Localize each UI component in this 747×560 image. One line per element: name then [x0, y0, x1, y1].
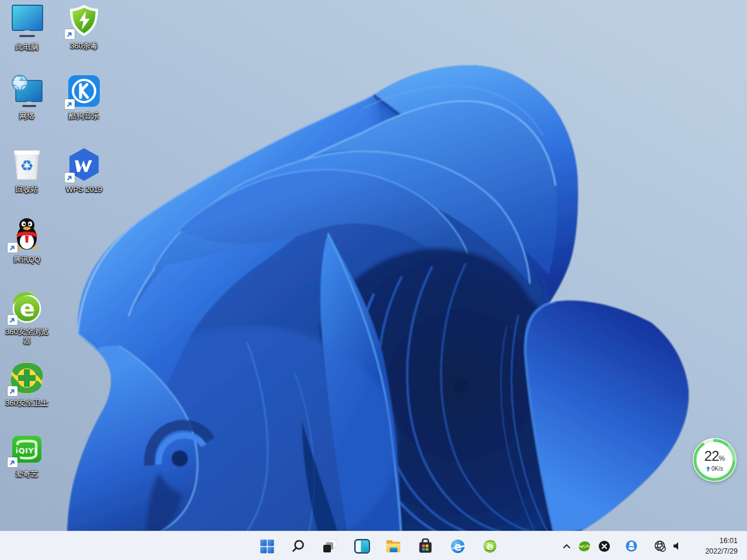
desktop-icon-kugou[interactable]: 酷狗音乐 [56, 74, 112, 121]
clock-date: 2022/7/29 [705, 546, 738, 556]
tray-hidden-icons-button[interactable] [558, 538, 575, 554]
desktop: 此电脑 360杀毒 网络 [0, 0, 747, 560]
microsoft-store-button[interactable] [414, 534, 437, 558]
desktop-icon-360-antivirus[interactable]: 360杀毒 [56, 4, 112, 51]
taskbar: e e [0, 531, 747, 560]
desktop-icon-label: 360杀毒 [70, 41, 98, 51]
task-view-button[interactable] [318, 534, 341, 558]
task-view-icon [322, 538, 337, 554]
svg-text:e: e [20, 296, 35, 321]
desktop-icon-label: 酷狗音乐 [69, 111, 99, 121]
widgets-icon [354, 539, 370, 554]
desktop-icon-label: 此电脑 [16, 43, 39, 52]
qq-penguin-icon [625, 540, 638, 552]
desktop-icon-label: 腾讯QQ [13, 255, 40, 264]
svg-text:iQIYI: iQIYI [15, 446, 37, 455]
start-button[interactable] [255, 534, 278, 558]
search-button[interactable] [287, 534, 310, 558]
black-x-icon [598, 540, 610, 552]
shortcut-arrow-badge [8, 315, 18, 325]
desktop-icon-360-browser[interactable]: e 360安全浏览器 [0, 289, 55, 346]
svg-text:♻: ♻ [20, 157, 33, 174]
shortcut-arrow-badge [8, 243, 18, 253]
this-pc-icon [9, 5, 44, 40]
desktop-icon-360-safeguard[interactable]: 360安全卫士 [0, 360, 55, 408]
shortcut-arrow-badge [8, 386, 18, 396]
tray-360-safeguard[interactable] [576, 538, 592, 554]
360-ball-icon [578, 540, 591, 552]
desktop-icon-label: WPS 2019 [66, 185, 102, 194]
desktop-icon-label: 360安全卫士 [5, 398, 48, 408]
tray-close-x[interactable] [596, 538, 612, 554]
shortcut-arrow-badge [65, 29, 75, 39]
store-bag-icon [418, 538, 433, 554]
search-icon [291, 538, 306, 554]
shortcut-arrow-badge [65, 173, 75, 183]
folder-icon [385, 538, 402, 554]
360-accelerator-ball[interactable]: 22% 0K/s [693, 438, 736, 482]
desktop-icon-wps[interactable]: WPS 2019 [56, 147, 112, 194]
tray-volume[interactable] [669, 538, 685, 554]
desktop-icon-network[interactable]: 网络 [0, 74, 55, 121]
desktop-icon-this-pc[interactable]: 此电脑 [0, 5, 55, 52]
widgets-button[interactable] [350, 534, 374, 558]
network-icon [9, 74, 44, 108]
tray-qq[interactable] [623, 538, 640, 554]
recycle-bin-icon: ♻ [9, 147, 44, 182]
internet-explorer-button[interactable]: e [446, 534, 469, 558]
green-e-browser-icon: e [482, 538, 498, 554]
taskbar-clock[interactable]: 16:01 2022/7/29 [705, 536, 738, 556]
tray-network-offline[interactable] [652, 538, 668, 554]
clock-time: 16:01 [705, 536, 738, 546]
desktop-icon-recycle-bin[interactable]: ♻ 回收站 [0, 147, 55, 194]
file-explorer-button[interactable] [382, 534, 405, 558]
globe-offline-icon [654, 540, 666, 552]
desktop-icon-qq[interactable]: 腾讯QQ [0, 217, 55, 264]
shortcut-arrow-badge [8, 457, 18, 467]
blue-e-browser-icon: e [450, 538, 466, 554]
chevron-up-icon [563, 544, 571, 549]
desktop-icon-label: 爱奇艺 [16, 470, 39, 479]
desktop-icon-label: 网络 [19, 111, 34, 121]
windows-start-icon [260, 539, 274, 554]
wallpaper-bloom [0, 0, 747, 560]
desktop-icon-iqiyi[interactable]: iQIYI 爱奇艺 [0, 432, 55, 479]
shortcut-arrow-badge [65, 99, 75, 109]
desktop-icon-label: 回收站 [16, 185, 39, 194]
progress-ring [693, 438, 736, 482]
360-browser-button[interactable]: e [478, 534, 501, 558]
speaker-icon [671, 540, 683, 552]
desktop-icon-label: 360安全浏览器 [4, 327, 50, 346]
